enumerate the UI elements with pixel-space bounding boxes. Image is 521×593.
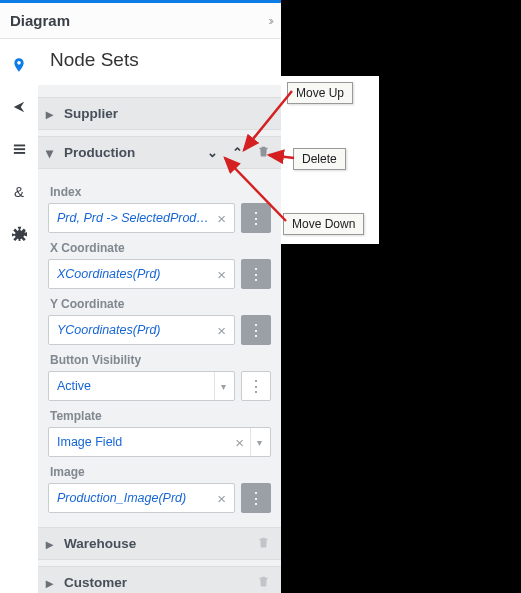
move-up-button[interactable]: ⌃ [229,145,246,160]
callout-delete: Delete [293,148,346,170]
field-label-image: Image [50,465,271,479]
delete-button[interactable] [254,575,273,591]
btnvis-select[interactable]: Active ▾ [48,371,235,401]
clear-icon[interactable]: × [215,322,228,339]
caret-right-icon: ▸ [46,106,56,122]
production-fields: Index Prd, Prd -> SelectedProducti × ⋮ X… [38,169,281,527]
accordion-label: Customer [64,575,127,590]
accordion-label: Production [64,145,135,160]
accordion-label: Warehouse [64,536,136,551]
clear-icon[interactable]: × [215,490,228,507]
index-input[interactable]: Prd, Prd -> SelectedProducti × [48,203,235,233]
field-label-btnvis: Button Visibility [50,353,271,367]
ycoord-input[interactable]: YCoordinates(Prd) × [48,315,235,345]
accordion-production[interactable]: ▾ Production ⌄ ⌃ [38,136,281,169]
index-menu-button[interactable]: ⋮ [241,203,271,233]
send-icon[interactable] [9,97,29,117]
field-label-template: Template [50,409,271,423]
accordion-label: Supplier [64,106,118,121]
btnvis-menu-button[interactable]: ⋮ [241,371,271,401]
settings-icon[interactable] [9,223,29,243]
icon-rail: & [0,39,38,593]
chevron-down-icon[interactable]: ▾ [214,372,228,400]
pin-icon[interactable] [9,55,29,75]
svg-rect-0 [13,144,24,146]
svg-rect-1 [13,148,24,150]
delete-button[interactable] [254,536,273,552]
xcoord-menu-button[interactable]: ⋮ [241,259,271,289]
diagram-panel: Diagram ›› & Node Sets ▸ Supplie [0,0,281,593]
section-title: Node Sets [38,39,281,85]
svg-rect-2 [13,152,24,154]
link-icon[interactable]: & [9,181,29,201]
list-icon[interactable] [9,139,29,159]
panel-header: Diagram ›› [0,3,281,39]
accordion-warehouse[interactable]: ▸ Warehouse [38,527,281,560]
caret-right-icon: ▸ [46,575,56,591]
chevron-down-icon[interactable]: ▾ [250,428,264,456]
field-label-ycoord: Y Coordinate [50,297,271,311]
panel-title: Diagram [10,12,70,29]
xcoord-input[interactable]: XCoordinates(Prd) × [48,259,235,289]
move-down-button[interactable]: ⌄ [204,145,221,160]
clear-icon[interactable]: × [215,210,228,227]
image-input[interactable]: Production_Image(Prd) × [48,483,235,513]
accordion-customer[interactable]: ▸ Customer [38,566,281,593]
content-area: Node Sets ▸ Supplier ▾ Production ⌄ ⌃ I [38,39,281,593]
accordion-supplier[interactable]: ▸ Supplier [38,97,281,130]
callout-move-up: Move Up [287,82,353,104]
caret-down-icon: ▾ [46,145,56,161]
caret-right-icon: ▸ [46,536,56,552]
callout-move-down: Move Down [283,213,364,235]
ycoord-menu-button[interactable]: ⋮ [241,315,271,345]
clear-icon[interactable]: × [233,434,246,451]
delete-button[interactable] [254,145,273,161]
clear-icon[interactable]: × [215,266,228,283]
collapse-panel-icon[interactable]: ›› [268,13,271,28]
template-select[interactable]: Image Field × ▾ [48,427,271,457]
field-label-xcoord: X Coordinate [50,241,271,255]
field-label-index: Index [50,185,271,199]
image-menu-button[interactable]: ⋮ [241,483,271,513]
